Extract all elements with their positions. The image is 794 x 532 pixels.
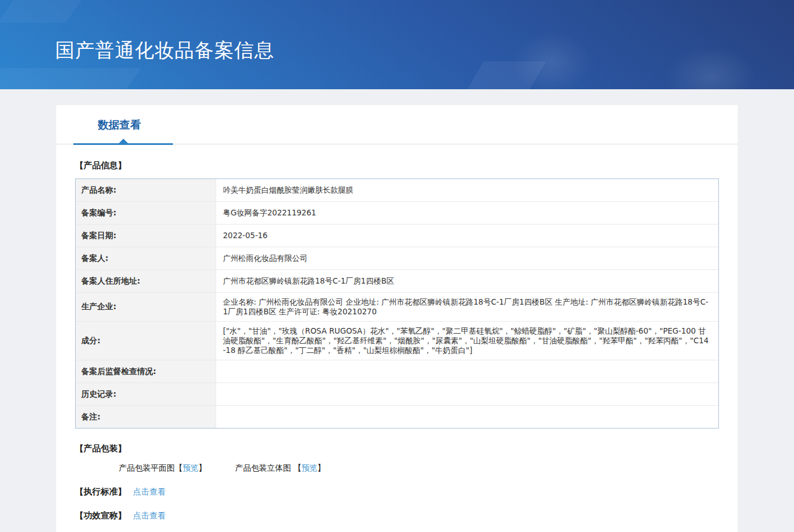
standard-view-link[interactable]: 点击查看 xyxy=(133,487,166,496)
table-row: 备案人: 广州松雨化妆品有限公司 xyxy=(76,247,718,270)
banner-decor-band xyxy=(0,0,94,23)
section-standard: 【执行标准】 xyxy=(75,487,126,497)
row-value: 粤G妆网备字2022119261 xyxy=(216,202,718,224)
banner-decor-glow xyxy=(665,45,756,89)
packaging-links-row: 产品包装平面图【预览】 产品包装立体图 【预览】 xyxy=(119,463,719,473)
table-row: 产品名称: 吟美牛奶蛋白烟酰胺莹润嫩肤长款腿膜 xyxy=(76,179,718,202)
packaging-3d-preview-link[interactable]: 预览 xyxy=(301,463,317,472)
page-title: 国产普通化妆品备案信息 xyxy=(55,38,274,64)
tab-active-marker xyxy=(119,139,128,143)
packaging-flat-item: 产品包装平面图【预览】 xyxy=(119,463,206,472)
row-label: 备案人住所地址: xyxy=(76,270,216,292)
row-label: 备案编号: xyxy=(76,202,216,224)
row-value: 企业名称: 广州松雨化妆品有限公司 企业地址: 广州市花都区狮岭镇新花路18号C… xyxy=(216,293,718,321)
row-value xyxy=(216,406,718,428)
table-row: 备案人住所地址: 广州市花都区狮岭镇新花路18号C-1厂房1四楼B区 xyxy=(76,270,718,293)
table-row: 生产企业: 企业名称: 广州松雨化妆品有限公司 企业地址: 广州市花都区狮岭镇新… xyxy=(76,293,718,322)
row-label: 成分: xyxy=(76,322,216,360)
bracket-close: 】 xyxy=(198,463,206,472)
table-row: 备案编号: 粤G妆网备字2022119261 xyxy=(76,202,718,225)
row-value: ["水"，"甘油"，"玫瑰（ROSA RUGOSA）花水"，"苯氧乙醇"，"聚二… xyxy=(216,322,718,360)
tab-divider xyxy=(56,144,738,144)
row-value: 广州市花都区狮岭镇新花路18号C-1厂房1四楼B区 xyxy=(216,270,718,292)
row-value: 2022-05-16 xyxy=(216,225,718,247)
row-label: 历史记录: xyxy=(76,383,216,405)
row-label: 备案后监督检查情况: xyxy=(76,360,216,383)
row-label: 备注: xyxy=(76,406,216,428)
main-card: 数据查看 【产品信息】 产品名称: 吟美牛奶蛋白烟酰胺莹润嫩肤长款腿膜 备案编号… xyxy=(56,105,738,532)
row-value xyxy=(216,383,718,405)
tab-data-view[interactable]: 数据查看 xyxy=(98,118,141,132)
row-label: 备案日期: xyxy=(76,225,216,247)
tab-bar: 数据查看 xyxy=(56,105,738,146)
row-label: 生产企业: xyxy=(76,293,216,321)
table-row: 成分: ["水"，"甘油"，"玫瑰（ROSA RUGOSA）花水"，"苯氧乙醇"… xyxy=(76,322,718,360)
packaging-3d-item: 产品包装立体图 【预览】 xyxy=(235,463,325,472)
table-row: 历史记录: xyxy=(76,383,718,406)
page-banner: 国产普通化妆品备案信息 xyxy=(0,0,794,89)
standard-row: 【执行标准】 点击查看 xyxy=(75,487,719,497)
efficacy-view-link[interactable]: 点击查看 xyxy=(133,511,166,520)
product-info-table: 产品名称: 吟美牛奶蛋白烟酰胺莹润嫩肤长款腿膜 备案编号: 粤G妆网备字2022… xyxy=(75,178,719,429)
tab-active-underline xyxy=(73,143,173,145)
packaging-3d-label: 产品包装立体图 xyxy=(235,463,293,472)
card-content: 【产品信息】 产品名称: 吟美牛奶蛋白烟酰胺莹润嫩肤长款腿膜 备案编号: 粤G妆… xyxy=(56,160,738,521)
section-product-info: 【产品信息】 xyxy=(75,160,719,171)
table-row: 备案后监督检查情况: xyxy=(76,360,718,383)
row-value: 广州松雨化妆品有限公司 xyxy=(216,247,718,269)
section-efficacy: 【功效宣称】 xyxy=(75,510,126,521)
row-label: 备案人: xyxy=(76,247,216,269)
table-row: 备案日期: 2022-05-16 xyxy=(76,225,718,247)
bracket-open: 【 xyxy=(293,463,301,472)
banner-decor-band xyxy=(0,68,141,89)
row-value xyxy=(216,360,718,383)
table-row: 备注: xyxy=(76,406,718,428)
row-value: 吟美牛奶蛋白烟酰胺莹润嫩肤长款腿膜 xyxy=(216,179,718,201)
packaging-flat-label: 产品包装平面图 xyxy=(119,463,175,472)
efficacy-row: 【功效宣称】 点击查看 xyxy=(75,510,719,521)
section-packaging: 【产品包装】 xyxy=(75,443,719,454)
packaging-flat-preview-link[interactable]: 预览 xyxy=(183,463,198,472)
row-label: 产品名称: xyxy=(76,179,216,201)
bracket-close: 】 xyxy=(317,463,325,472)
bracket-open: 【 xyxy=(175,463,183,472)
